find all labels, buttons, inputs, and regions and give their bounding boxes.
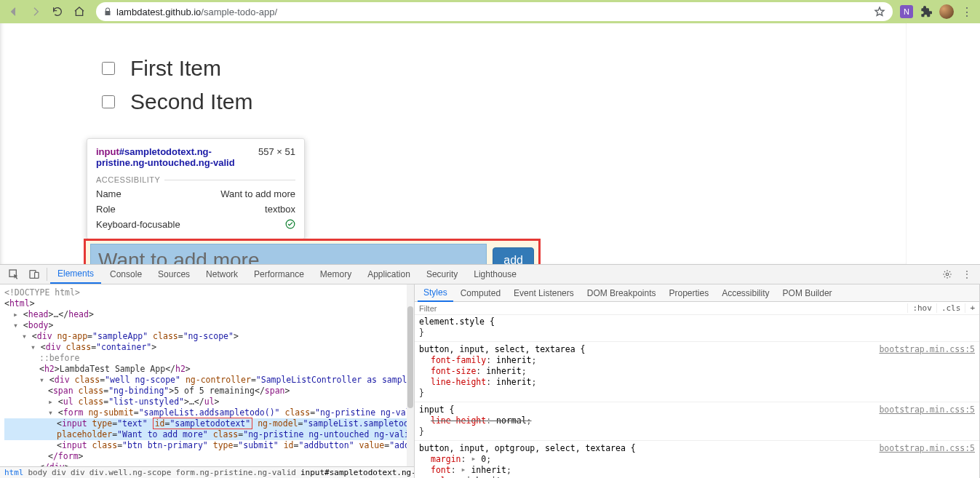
devtools-tab-console[interactable]: Console <box>103 266 149 283</box>
tree-line[interactable]: ▸ <ul class="list-unstyled">…</ul> <box>4 397 414 407</box>
todo-item: First Item <box>99 56 252 81</box>
elements-tree[interactable]: <!DOCTYPE html> <html> ▸ <head>…</head> … <box>0 284 414 478</box>
reload-button[interactable] <box>48 2 67 21</box>
todo-checkbox[interactable] <box>102 95 115 108</box>
todo-label: First Item <box>130 56 221 81</box>
browser-toolbar: lambdatest.github.io/sample-todo-app/ N … <box>0 0 980 23</box>
settings-icon[interactable] <box>938 269 957 279</box>
extensions-icon[interactable] <box>920 6 932 17</box>
styles-tab-eventlisteners[interactable]: Event Listeners <box>508 285 580 301</box>
check-icon <box>285 219 295 230</box>
cls-toggle[interactable]: .cls <box>936 303 965 313</box>
rule-selector[interactable]: button, input, optgroup, select, textare… <box>419 443 636 453</box>
tooltip-row-key: Keyboard-focusable <box>96 219 180 230</box>
todo-checkbox[interactable] <box>102 62 115 75</box>
tooltip-a11y-heading: ACCESSIBILITY <box>96 175 295 184</box>
device-toolbar-icon[interactable] <box>25 266 44 282</box>
tooltip-row-key: Name <box>96 188 121 199</box>
styles-tab-computed[interactable]: Computed <box>455 285 506 301</box>
devtools-tab-security[interactable]: Security <box>419 266 465 283</box>
back-button[interactable] <box>4 2 23 21</box>
elements-tree-pane: <!DOCTYPE html> <html> ▸ <head>…</head> … <box>0 284 415 478</box>
tree-line[interactable]: <!DOCTYPE html> <box>4 287 414 298</box>
extension-icon-1[interactable]: N <box>900 5 913 18</box>
devtools-tab-elements[interactable]: Elements <box>50 265 101 284</box>
todo-item: Second Item <box>99 89 252 114</box>
styles-tabs: Styles Computed Event Listeners DOM Brea… <box>415 284 979 302</box>
rule-source[interactable]: bootstrap.min.css:5 <box>879 405 975 415</box>
styles-tab-dombreakpoints[interactable]: DOM Breakpoints <box>581 285 662 301</box>
devtools-tabs: Elements Console Sources Network Perform… <box>0 265 980 284</box>
styles-filter-input[interactable] <box>415 303 907 314</box>
inspect-tooltip: input#sampletodotext.ng-pristine.ng-unto… <box>87 138 305 239</box>
star-icon[interactable] <box>874 6 885 17</box>
inspect-element-icon[interactable] <box>4 266 23 282</box>
lock-icon <box>103 7 112 16</box>
devtools-tab-sources[interactable]: Sources <box>151 266 197 283</box>
tree-line[interactable]: ▾ <form ng-submit="sampleList.addsamplet… <box>4 407 414 418</box>
styles-tab-pombuilder[interactable]: POM Builder <box>777 285 838 301</box>
hov-toggle[interactable]: :hov <box>907 303 936 313</box>
styles-tab-accessibility[interactable]: Accessibility <box>716 285 775 301</box>
add-button[interactable]: add <box>493 247 534 264</box>
tree-line[interactable]: </form> <box>4 451 414 462</box>
tooltip-tag: input <box>96 146 119 157</box>
tree-line[interactable]: ▾ <div class="container"> <box>4 342 414 353</box>
rule-selector[interactable]: element.style { <box>419 316 495 327</box>
tooltip-dimensions: 557 × 51 <box>258 146 295 157</box>
rule-selector[interactable]: input { <box>419 405 454 415</box>
todo-list: First Item Second Item <box>99 56 252 123</box>
forward-button[interactable] <box>26 2 45 21</box>
crumb-item[interactable]: div <box>52 468 66 477</box>
styles-tab-styles[interactable]: Styles <box>418 284 453 302</box>
crumb-item[interactable]: div.well.ng-scope <box>89 468 172 477</box>
style-rules[interactable]: element.style {} bootstrap.min.css:5 but… <box>415 315 979 478</box>
address-bar[interactable]: lambdatest.github.io/sample-todo-app/ <box>96 2 893 21</box>
tree-line-selected[interactable]: placeholder="Want to add more" class="ng… <box>4 429 414 440</box>
new-todo-input[interactable] <box>90 244 487 264</box>
tree-line[interactable]: <h2>LambdaTest Sample App</h2> <box>4 364 414 375</box>
url-text: lambdatest.github.io/sample-todo-app/ <box>116 7 277 17</box>
highlighted-region: add <box>84 239 541 264</box>
styles-pane: Styles Computed Event Listeners DOM Brea… <box>415 284 980 478</box>
crumb-item[interactable]: body <box>28 468 48 477</box>
tree-line[interactable]: ▾ <div class="well ng-scope" ng-controll… <box>4 375 414 386</box>
svg-point-4 <box>946 273 949 276</box>
scrollbar[interactable] <box>407 284 414 466</box>
crumb-item[interactable]: form.ng-pristine.ng-valid <box>175 468 296 477</box>
devtools: Elements Console Sources Network Perform… <box>0 264 980 478</box>
page-viewport: First Item Second Item input#sampletodot… <box>0 23 980 264</box>
crumb-item[interactable]: div <box>71 468 85 477</box>
devtools-tab-lighthouse[interactable]: Lighthouse <box>466 266 524 283</box>
rule-source[interactable]: bootstrap.min.css:5 <box>879 344 975 355</box>
tree-line[interactable]: ▸ <head>…</head> <box>4 309 414 320</box>
crumb-item[interactable]: input#sampletodotext.ng-pristine.ng-unto… <box>300 468 414 477</box>
new-rule-button[interactable]: + <box>965 303 979 313</box>
tree-line[interactable]: <html> <box>4 298 414 309</box>
styles-tab-properties[interactable]: Properties <box>663 285 714 301</box>
home-button[interactable] <box>70 2 89 21</box>
tree-line[interactable]: <span class="ng-binding">5 of 5 remainin… <box>4 386 414 397</box>
tooltip-row-key: Role <box>96 204 116 215</box>
crumb-item[interactable]: html <box>4 468 24 477</box>
more-icon[interactable]: ⋮ <box>958 269 976 279</box>
devtools-tab-network[interactable]: Network <box>199 266 245 283</box>
tooltip-row-value: Want to add more <box>220 188 295 199</box>
todo-label: Second Item <box>130 89 252 114</box>
tree-line[interactable]: <input class="btn btn-primary" type="sub… <box>4 440 414 451</box>
rule-selector[interactable]: button, input, select, textarea { <box>419 344 585 354</box>
svg-rect-3 <box>35 272 39 278</box>
rule-source[interactable]: bootstrap.min.css:5 <box>879 443 975 454</box>
menu-icon[interactable]: ⋮ <box>961 5 973 19</box>
devtools-tab-memory[interactable]: Memory <box>313 266 359 283</box>
tree-line[interactable]: ▾ <body> <box>4 320 414 331</box>
profile-avatar[interactable] <box>939 4 954 19</box>
breadcrumb[interactable]: html body div div div.well.ng-scope form… <box>0 466 414 478</box>
tooltip-row-value: textbox <box>265 204 295 215</box>
tree-line[interactable]: ::before <box>4 353 414 364</box>
devtools-tab-performance[interactable]: Performance <box>247 266 311 283</box>
tree-line-selected[interactable]: <input type="text" id="sampletodotext" n… <box>4 418 414 429</box>
tree-line[interactable]: ▾ <div ng-app="sampleApp" class="ng-scop… <box>4 331 414 342</box>
devtools-tab-application[interactable]: Application <box>360 266 418 283</box>
